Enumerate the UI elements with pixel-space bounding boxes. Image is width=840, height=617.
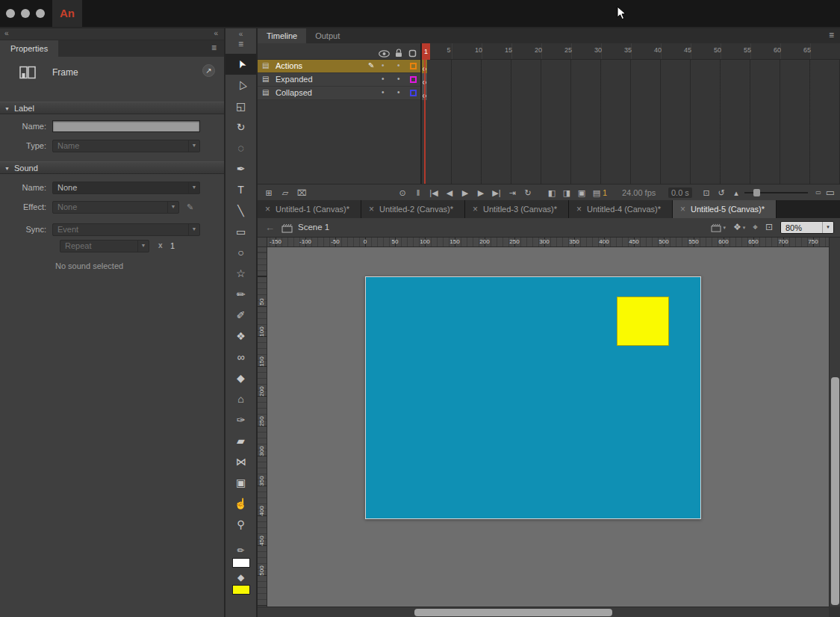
width-tool[interactable]: ⋈	[225, 451, 256, 472]
line-tool[interactable]: ╲	[225, 200, 256, 221]
delete-layer-button[interactable]: ⌧	[295, 187, 308, 199]
panel-menu-icon[interactable]: ≡	[211, 43, 217, 53]
center-stage-button[interactable]: ⌖	[753, 221, 758, 234]
new-layer-button[interactable]: ⊞	[262, 187, 276, 199]
document-tab[interactable]: ×Untitled-1 (Canvas)*	[258, 200, 361, 218]
sound-effect-select[interactable]: None ▼	[52, 201, 179, 214]
free-transform-tool[interactable]: ◱	[225, 96, 256, 117]
layer-visibility-dot[interactable]: •	[382, 75, 385, 83]
zoom-dropdown-arrow-icon[interactable]: ▼	[822, 222, 833, 233]
horizontal-scrollbar-thumb[interactable]	[414, 609, 612, 616]
repeat-times-value[interactable]: 1	[170, 241, 175, 250]
pause-button[interactable]: ‖	[411, 187, 425, 199]
sound-repeat-select[interactable]: Repeat ▼	[60, 240, 149, 252]
dropdown-arrow-icon[interactable]: ▼	[137, 241, 149, 252]
ink-bottle-tool[interactable]: ⌂	[225, 388, 256, 409]
frame-rate-indicator[interactable]: 24.00 fps	[622, 187, 656, 198]
close-tab-icon[interactable]: ×	[265, 204, 270, 214]
lasso-tool[interactable]: ◌	[225, 137, 256, 158]
subselection-tool[interactable]: ▷	[225, 75, 256, 96]
zoom-large-frames-icon[interactable]: ▭	[824, 187, 837, 199]
vertical-scrollbar-thumb[interactable]	[831, 377, 839, 605]
dropdown-arrow-icon[interactable]: ▼	[188, 224, 199, 235]
zoom-window-button[interactable]	[36, 9, 45, 18]
eraser-tool[interactable]: ▰	[225, 430, 256, 451]
layer-visibility-dot[interactable]: •	[382, 89, 385, 96]
back-button[interactable]: ←	[265, 222, 275, 233]
clip-content-button[interactable]: ⊡	[765, 221, 773, 234]
oval-tool[interactable]: ○	[225, 242, 256, 263]
center-frame-button[interactable]: ⊙	[396, 187, 409, 199]
tab-output[interactable]: Output	[306, 28, 349, 43]
frame-view-button[interactable]: ⊡	[700, 187, 713, 199]
layer-row[interactable]: ▤Actions✎••	[258, 60, 420, 73]
tab-timeline[interactable]: Timeline	[258, 28, 306, 43]
step-forward-button[interactable]: ▶	[474, 187, 488, 199]
layer-lock-dot[interactable]: •	[397, 89, 400, 96]
sound-name-select[interactable]: None ▼	[52, 182, 200, 194]
collapse-panel-icon[interactable]: «	[225, 30, 256, 38]
frame-options-button[interactable]: ↗	[202, 64, 215, 77]
hand-tool[interactable]: ☝	[225, 493, 256, 514]
zoom-tool[interactable]: ⚲	[225, 514, 256, 535]
bone-tool[interactable]: ∞	[225, 347, 256, 368]
layer-visibility-dot[interactable]: •	[382, 62, 385, 69]
layer-lock-dot[interactable]: •	[397, 62, 400, 69]
layer-row[interactable]: ▤Expanded••	[258, 73, 420, 87]
layer-outline-color[interactable]	[410, 76, 417, 83]
horizontal-scrollbar[interactable]	[258, 607, 829, 617]
sound-section-header[interactable]: ▼Sound	[0, 161, 224, 174]
collapse-panel-icon[interactable]: «	[4, 29, 9, 37]
dropdown-arrow-icon[interactable]: ▼	[167, 202, 178, 213]
eyedropper-tool[interactable]: ✑	[225, 409, 256, 430]
stroke-color-swatch[interactable]	[232, 558, 250, 568]
dropdown-arrow-icon[interactable]: ▼	[188, 182, 199, 193]
timeline-zoom-slider[interactable]	[744, 192, 808, 193]
document-tab[interactable]: ×Untitled-4 (Canvas)*	[569, 200, 673, 218]
label-section-header[interactable]: ▼Label	[0, 102, 224, 114]
pasteboard[interactable]	[267, 247, 829, 607]
onion-skin-button[interactable]: ◧	[545, 187, 559, 199]
text-tool[interactable]: T	[225, 179, 256, 200]
vertical-scrollbar[interactable]	[829, 238, 840, 607]
tools-menu-icon[interactable]: ≡	[225, 39, 256, 49]
label-name-input[interactable]	[52, 120, 200, 132]
polystar-tool[interactable]: ☆	[225, 263, 256, 284]
timeline-menu-icon[interactable]: ≡	[829, 30, 834, 40]
go-to-last-frame-button[interactable]: ▶|	[490, 187, 503, 199]
layer-outline-color[interactable]	[410, 63, 417, 69]
layer-row[interactable]: ▤Collapsed••	[258, 87, 420, 100]
yellow-rectangle-shape[interactable]	[617, 297, 669, 346]
marker-options-button[interactable]: ▤	[590, 187, 603, 199]
selection-tool[interactable]: ➤	[225, 54, 256, 75]
show-hide-all-layers-icon[interactable]	[379, 47, 390, 61]
tab-properties[interactable]: Properties	[0, 40, 58, 57]
close-tab-icon[interactable]: ×	[576, 204, 582, 214]
reset-timeline-zoom-button[interactable]: ↺	[715, 187, 728, 199]
collapse-panel-icon[interactable]: «	[214, 29, 218, 37]
minimize-window-button[interactable]	[21, 9, 30, 18]
sound-sync-select[interactable]: Event ▼	[52, 223, 200, 236]
paint-bucket-tool[interactable]: ◆	[225, 368, 256, 388]
brush-tool[interactable]: ❖	[225, 326, 256, 347]
edit-multiple-frames-button[interactable]: ▣	[575, 187, 588, 199]
timeline-ruler[interactable]: 1 5101520253035404550556065	[422, 43, 840, 60]
collapse-section-icon[interactable]: ▼	[4, 103, 10, 115]
close-window-button[interactable]	[6, 9, 15, 18]
lock-all-layers-icon[interactable]	[395, 47, 402, 61]
edit-sound-envelope-icon[interactable]: ✎	[187, 202, 193, 212]
close-tab-icon[interactable]: ×	[473, 204, 478, 214]
layer-outline-color[interactable]	[410, 90, 417, 96]
collapse-frames-button[interactable]: ▴	[729, 187, 743, 199]
layer-lock-dot[interactable]: •	[397, 75, 400, 83]
document-tab[interactable]: ×Untitled-2 (Canvas)*	[361, 200, 465, 218]
timeline-zoom-slider-thumb[interactable]	[753, 189, 760, 196]
close-tab-icon[interactable]: ×	[680, 204, 685, 214]
timeline-frames-area[interactable]	[422, 60, 840, 184]
pen-tool[interactable]: ✒	[225, 158, 256, 179]
playhead[interactable]: 1	[422, 43, 430, 60]
loop-button[interactable]: ↻	[521, 187, 535, 199]
document-tab[interactable]: ×Untitled-5 (Canvas)*	[673, 200, 777, 218]
new-folder-button[interactable]: ▱	[279, 187, 292, 199]
stage[interactable]	[365, 276, 701, 519]
